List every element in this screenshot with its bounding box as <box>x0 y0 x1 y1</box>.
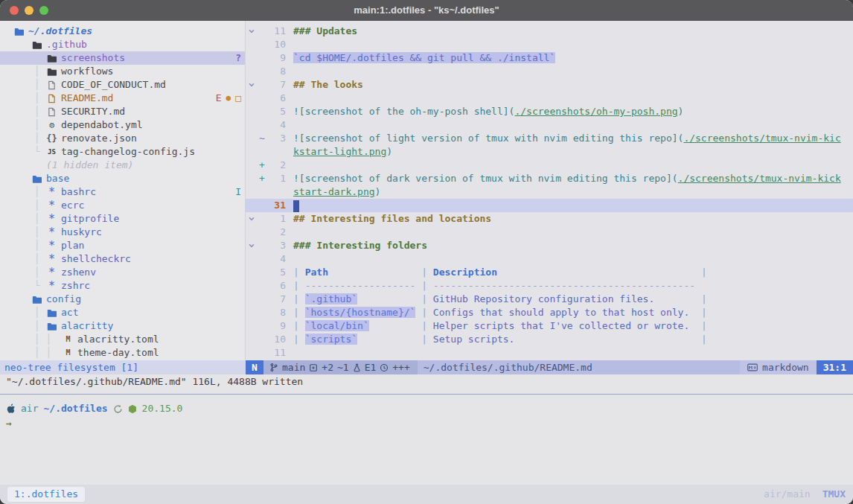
tree-guide: │ <box>34 78 40 92</box>
line-number: 4 <box>266 118 286 132</box>
tree-item-shellcheckrc[interactable]: │*shellcheckrc <box>0 252 245 266</box>
tree-item-label: screenshots <box>61 51 125 65</box>
tree-item-workflows[interactable]: │workflows <box>0 65 245 78</box>
syntax-segment: ![screenshot of dark version of tmux wit… <box>293 173 678 184</box>
tree-item-act[interactable]: │act <box>0 306 245 319</box>
tree-item-label: config <box>46 293 81 306</box>
editor-line[interactable]: 8| `hosts/{hostname}/` | Configs that sh… <box>246 306 853 319</box>
editor-line[interactable]: 2 <box>246 226 853 239</box>
tree-item-dependabot-yml[interactable]: │⚙dependabot.yml <box>0 118 245 132</box>
syntax-segment: ) <box>386 146 392 157</box>
editor-line[interactable]: kstart-light.png) <box>246 145 853 159</box>
tree-guide: │ <box>34 266 40 279</box>
syntax-segment: | <box>421 267 433 278</box>
tree-item-readme-md[interactable]: │README.mdE●□ <box>0 92 245 105</box>
git-branch-name: main <box>282 361 305 374</box>
editor-pane[interactable]: 11### Updates109`cd $HOME/.dotfiles && g… <box>246 21 853 360</box>
tree-item-security-md[interactable]: │SECURITY.md <box>0 105 245 118</box>
syntax-segment: Configs that should apply to that host o… <box>433 307 689 318</box>
line-number: 1 <box>266 212 286 226</box>
fold-chevron-icon[interactable] <box>246 81 258 89</box>
tree-item-alacritty-toml[interactable]: │ │Malacritty.toml <box>0 333 245 346</box>
syntax-segment: | <box>293 307 305 318</box>
editor-line[interactable]: 10 <box>246 38 853 51</box>
folder-icon <box>46 68 57 76</box>
tree-guide: └ <box>34 279 40 293</box>
editor-line[interactable]: 31 <box>246 199 853 212</box>
editor-line[interactable]: +2 <box>246 159 853 172</box>
editor-line[interactable]: 1## Interesting files and locations <box>246 212 853 226</box>
tree-item-base[interactable]: base <box>0 172 245 185</box>
line-number: 4 <box>266 252 286 266</box>
fold-chevron-icon[interactable] <box>246 242 258 249</box>
syntax-segment: ./screenshots/oh-my-posh.png <box>514 106 677 117</box>
js-icon: JS <box>46 145 57 159</box>
editor-line[interactable]: 4 <box>246 252 853 266</box>
mode-badge: N <box>246 360 263 374</box>
editor-line[interactable]: 9| `local/bin` | Helper scripts that I'v… <box>246 319 853 333</box>
editor-line[interactable]: 5![screenshot of the oh-my-posh shell](.… <box>246 105 853 118</box>
editor-line[interactable]: 10| `scripts` | Setup scripts. | <box>246 333 853 346</box>
editor-line[interactable]: 6 <box>246 92 853 105</box>
tree-item--1-hidden-item-[interactable]: (1 hidden item) <box>0 159 245 172</box>
tree-item--github[interactable]: .github <box>0 38 245 51</box>
tree-item-bashrc[interactable]: │*bashrcI <box>0 185 245 199</box>
editor-line[interactable]: 7## The looks <box>246 78 853 92</box>
star-icon: * <box>46 252 57 266</box>
tree-item-zshrc[interactable]: └*zshrc <box>0 279 245 293</box>
tree-item-alacritty[interactable]: │alacritty <box>0 319 245 333</box>
tree-item-zshenv[interactable]: │*zshenv <box>0 266 245 279</box>
editor-line[interactable]: 11 <box>246 346 853 360</box>
tmux-badge: TMUX <box>822 488 846 501</box>
line-text: | `hosts/{hostname}/` | Configs that sho… <box>293 306 707 319</box>
tree-item-ecrc[interactable]: │*ecrc <box>0 199 245 212</box>
tree-item-config[interactable]: config <box>0 293 245 306</box>
syntax-segment: | <box>421 307 433 318</box>
star-icon: * <box>46 226 57 239</box>
editor-line[interactable]: 4 <box>246 118 853 132</box>
tree-item-gitprofile[interactable]: │*gitprofile <box>0 212 245 226</box>
tree-item-label: act <box>61 306 78 319</box>
shell-pane[interactable]: air ~/.dotfiles 20.15.0 → <box>0 395 853 430</box>
editor-line[interactable]: ~3![screenshot of light version of tmux … <box>246 132 853 145</box>
editor-line[interactable]: 8 <box>246 65 853 78</box>
git-unstaged-badge: □ <box>235 92 241 105</box>
line-number: 31 <box>266 199 286 212</box>
line-number: 10 <box>266 38 286 51</box>
tree-item-tag-changelog-config-js[interactable]: └JStag-changelog-config.js <box>0 145 245 159</box>
toml-icon: M <box>63 333 74 346</box>
tmux-window-label[interactable]: 1:.dotfiles <box>7 487 85 502</box>
tree-item--dotfiles[interactable]: ~/.dotfiles <box>0 25 245 38</box>
tree-item-code-of-conduct-md[interactable]: │CODE_OF_CONDUCT.md <box>0 78 245 92</box>
syntax-segment <box>689 307 701 318</box>
editor-line[interactable]: 9`cd $HOME/.dotfiles && git pull && ./in… <box>246 51 853 65</box>
editor-line[interactable]: +1![screenshot of dark version of tmux w… <box>246 172 853 185</box>
fold-chevron-icon[interactable] <box>246 28 258 35</box>
tree-item-label: alacritty.toml <box>77 333 159 346</box>
line-number: 6 <box>266 279 286 293</box>
tree-guide: │ <box>34 306 40 319</box>
syntax-segment: Path <box>305 267 328 278</box>
syntax-segment: ![screenshot of the oh-my-posh shell]( <box>293 106 514 117</box>
line-number: 9 <box>266 319 286 333</box>
line-text: ![screenshot of light version of tmux wi… <box>293 132 841 145</box>
editor-line[interactable]: 6| ------------------- | ---------------… <box>246 279 853 293</box>
editor-line[interactable]: start-dark.png) <box>246 185 853 199</box>
braces-icon: {} <box>46 132 57 145</box>
tree-item-theme-day-toml[interactable]: │ │Mtheme-day.toml <box>0 346 245 360</box>
tree-item-label: zshrc <box>61 279 90 293</box>
tree-item-plan[interactable]: │*plan <box>0 239 245 252</box>
tree-item-screenshots[interactable]: screenshots? <box>0 51 245 65</box>
tree-guide: │ <box>34 118 40 132</box>
tree-item-renovate-json[interactable]: │{}renovate.json <box>0 132 245 145</box>
tree-item-label: zshenv <box>61 266 96 279</box>
editor-line[interactable]: 7| `.github` | GitHub Repository configu… <box>246 293 853 306</box>
gitsign-column: + <box>258 159 266 172</box>
editor-line[interactable]: 3### Interesting folders <box>246 239 853 252</box>
line-text: | `local/bin` | Helper scripts that I've… <box>293 319 707 333</box>
editor-line[interactable]: 5| Path | Description | <box>246 266 853 279</box>
fold-chevron-icon[interactable] <box>246 215 258 223</box>
tree-item-huskyrc[interactable]: │*huskyrc <box>0 226 245 239</box>
syntax-segment <box>654 293 701 304</box>
editor-line[interactable]: 11### Updates <box>246 25 853 38</box>
